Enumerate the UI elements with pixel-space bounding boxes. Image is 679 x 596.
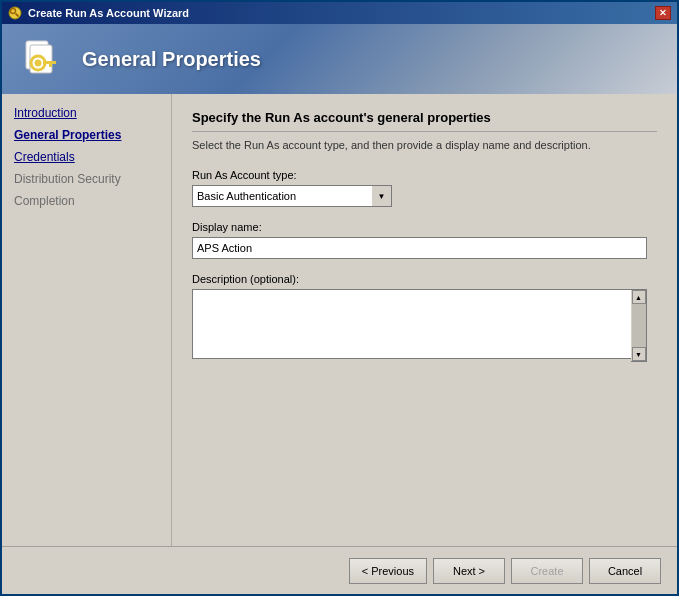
sidebar-item-distribution-security: Distribution Security [2, 168, 171, 190]
next-button[interactable]: Next > [433, 558, 505, 584]
description-textarea-wrapper: ▲ ▼ [192, 289, 647, 362]
previous-button[interactable]: < Previous [349, 558, 427, 584]
page-title: General Properties [82, 48, 261, 71]
sidebar-item-completion: Completion [2, 190, 171, 212]
sidebar-item-introduction[interactable]: Introduction [2, 102, 171, 124]
description-input[interactable] [192, 289, 647, 359]
scrollbar-down-button[interactable]: ▼ [632, 347, 646, 361]
textarea-scrollbar: ▲ ▼ [631, 289, 647, 362]
sidebar-item-general-properties[interactable]: General Properties [2, 124, 171, 146]
footer: < Previous Next > Create Cancel [2, 546, 677, 594]
description-group: Description (optional): ▲ ▼ [192, 273, 657, 362]
display-name-label: Display name: [192, 221, 657, 233]
header-banner: General Properties [2, 24, 677, 94]
svg-point-9 [35, 60, 42, 67]
wizard-window: Create Run As Account Wizard ✕ General P… [0, 0, 679, 596]
content-description: Select the Run As account type, and then… [192, 138, 657, 153]
cancel-button[interactable]: Cancel [589, 558, 661, 584]
account-type-select[interactable]: Basic Authentication [192, 185, 392, 207]
scrollbar-up-button[interactable]: ▲ [632, 290, 646, 304]
account-type-label: Run As Account type: [192, 169, 657, 181]
content-area: Specify the Run As account's general pro… [172, 94, 677, 546]
sidebar: Introduction General Properties Credenti… [2, 94, 172, 546]
account-type-select-wrapper: Basic Authentication ▼ [192, 185, 392, 207]
display-name-input[interactable] [192, 237, 647, 259]
create-button[interactable]: Create [511, 558, 583, 584]
display-name-group: Display name: [192, 221, 657, 259]
title-bar-left: Create Run As Account Wizard [8, 6, 189, 20]
wizard-icon [18, 35, 66, 83]
window-title: Create Run As Account Wizard [28, 7, 189, 19]
content-heading: Specify the Run As account's general pro… [192, 110, 657, 132]
svg-rect-7 [49, 64, 52, 67]
description-label: Description (optional): [192, 273, 657, 285]
main-content: Introduction General Properties Credenti… [2, 94, 677, 546]
sidebar-item-credentials[interactable]: Credentials [2, 146, 171, 168]
title-bar: Create Run As Account Wizard ✕ [2, 2, 677, 24]
close-button[interactable]: ✕ [655, 6, 671, 20]
svg-rect-6 [43, 61, 53, 64]
window-icon [8, 6, 22, 20]
svg-rect-8 [53, 61, 56, 64]
scrollbar-track [632, 304, 646, 347]
account-type-group: Run As Account type: Basic Authenticatio… [192, 169, 657, 207]
